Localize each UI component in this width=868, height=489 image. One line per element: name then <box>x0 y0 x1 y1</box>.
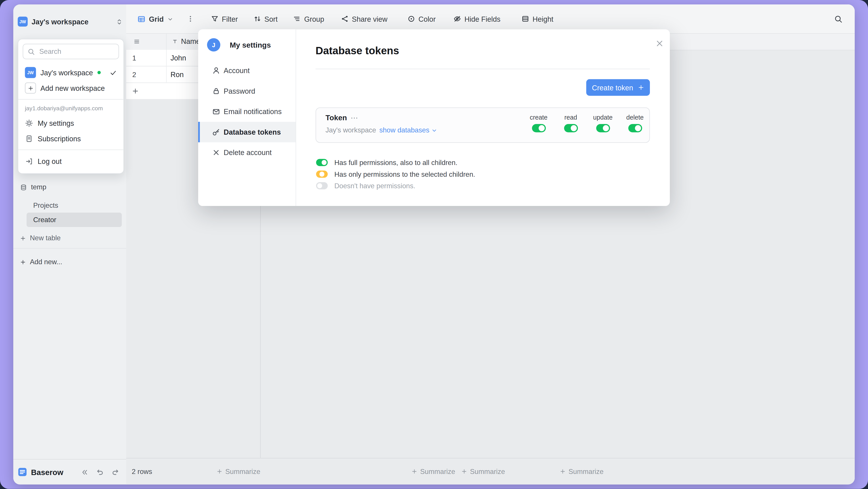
divider <box>315 69 650 69</box>
undo-icon[interactable] <box>96 468 104 477</box>
column-header-name[interactable]: Name <box>181 37 200 45</box>
cell-name[interactable]: Ron <box>170 66 184 83</box>
chevron-down-icon <box>167 16 173 22</box>
summarize-button[interactable]: Summarize <box>411 458 455 485</box>
create-token-button[interactable]: Create token <box>586 79 650 96</box>
online-dot <box>97 71 101 74</box>
settings-item-account[interactable]: Account <box>198 60 296 81</box>
cell-name[interactable]: John <box>170 50 186 66</box>
my-settings-item[interactable]: My settings <box>23 115 119 131</box>
plus-icon <box>20 259 26 265</box>
row-number: 2 <box>132 66 136 83</box>
search-icon[interactable] <box>834 15 843 24</box>
permission-toggle-update[interactable] <box>596 124 610 132</box>
summarize-button[interactable]: Summarize <box>217 458 260 485</box>
hide-fields-button[interactable]: Hide Fields <box>454 14 501 23</box>
subscriptions-item[interactable]: Subscriptions <box>23 131 119 146</box>
add-new-button[interactable]: Add new... <box>18 255 122 269</box>
add-workspace-button[interactable]: Add new workspace <box>23 81 119 96</box>
permission-toggle-read[interactable] <box>564 124 578 132</box>
group-icon <box>293 15 301 23</box>
eye-off-icon <box>454 15 461 23</box>
permission-toggle-create[interactable] <box>532 124 546 132</box>
table-item-projects[interactable]: Projects <box>27 198 122 213</box>
settings-item-label: Delete account <box>224 148 272 157</box>
show-databases-link[interactable]: show databases <box>379 126 437 134</box>
plus-icon <box>20 235 26 241</box>
token-menu-button[interactable]: … <box>350 112 359 120</box>
check-icon <box>110 69 117 76</box>
token-workspace: Jay's workspace <box>326 126 376 134</box>
settings-nav: J My settings Account Password <box>198 29 296 206</box>
logout-item[interactable]: Log out <box>23 153 119 169</box>
sort-icon <box>253 15 261 23</box>
sidebar: JW Jay's workspace JW Jay's workspace <box>13 4 127 485</box>
grid-view-icon <box>137 14 146 23</box>
document-icon <box>25 134 33 143</box>
table-item-creator[interactable]: Creator <box>27 213 122 227</box>
settings-item-label: Database tokens <box>224 128 281 136</box>
workspace-search-input[interactable] <box>38 47 114 56</box>
toggle-full-icon <box>316 159 328 166</box>
legend-text: Has only permissions to the selected chi… <box>334 170 475 178</box>
share-view-button[interactable]: Share view <box>341 14 388 23</box>
filter-button[interactable]: Filter <box>211 14 238 23</box>
x-icon <box>212 148 221 157</box>
desktop-background: JW Jay's workspace JW Jay's workspace <box>0 0 868 489</box>
permission-columns: create read update delete <box>523 114 652 135</box>
divider <box>19 99 124 100</box>
permission-column-delete: delete <box>620 114 651 135</box>
summarize-button[interactable]: Summarize <box>560 458 603 485</box>
logout-label: Log out <box>38 157 62 165</box>
settings-item-email-notifications[interactable]: Email notifications <box>198 101 296 122</box>
workspace-search-box[interactable] <box>23 44 119 59</box>
token-name: Token <box>326 114 347 122</box>
plus-icon <box>132 88 139 95</box>
row-count: 2 rows <box>132 458 152 485</box>
token-card: Token … Jay's workspace show databases c… <box>315 108 650 143</box>
lock-icon <box>212 87 221 95</box>
legend-no-permissions: Doesn't have permissions. <box>316 181 415 191</box>
view-switcher[interactable]: Grid <box>137 14 173 23</box>
new-table-button[interactable]: New table <box>18 232 122 245</box>
kebab-menu-icon[interactable] <box>186 15 194 23</box>
settings-item-label: Password <box>224 87 255 95</box>
summarize-label: Summarize <box>225 468 260 476</box>
legend-partial-permissions: Has only permissions to the selected chi… <box>316 170 475 179</box>
table-name: Projects <box>33 202 58 209</box>
summarize-label: Summarize <box>420 468 455 476</box>
legend-full-permissions: Has full permissions, also to all childr… <box>316 158 458 167</box>
close-icon[interactable] <box>655 39 664 48</box>
permission-column-read: read <box>555 114 586 135</box>
account-email: jay1.dobariya@unifyapps.com <box>23 103 119 115</box>
sort-label: Sort <box>265 14 278 23</box>
color-button[interactable]: Color <box>407 14 436 23</box>
workspace-item[interactable]: JW Jay's workspace <box>23 65 119 81</box>
permission-label: create <box>523 114 554 121</box>
add-workspace-label: Add new workspace <box>40 84 105 92</box>
collapse-sidebar-icon[interactable] <box>81 468 89 476</box>
settings-item-password[interactable]: Password <box>198 81 296 101</box>
summarize-button[interactable]: Summarize <box>461 458 505 485</box>
modal-title: Database tokens <box>315 45 399 57</box>
column-divider <box>166 33 167 50</box>
summarize-label: Summarize <box>569 468 603 476</box>
database-item-temp[interactable]: temp <box>18 181 122 194</box>
redo-icon[interactable] <box>112 468 120 477</box>
settings-modal: J My settings Account Password <box>198 29 670 206</box>
settings-item-database-tokens[interactable]: Database tokens <box>198 122 296 143</box>
subscriptions-label: Subscriptions <box>38 134 81 143</box>
share-icon <box>341 15 348 23</box>
logout-icon <box>25 157 33 165</box>
my-settings-label: My settings <box>38 119 74 127</box>
legend-text: Doesn't have permissions. <box>334 182 415 190</box>
database-icon <box>20 184 27 191</box>
sort-button[interactable]: Sort <box>253 14 278 23</box>
height-button[interactable]: Height <box>522 14 553 23</box>
group-button[interactable]: Group <box>293 14 324 23</box>
brand-name: Baserow <box>31 468 63 477</box>
workspace-switcher[interactable]: JW Jay's workspace <box>18 13 123 30</box>
permission-toggle-delete[interactable] <box>628 124 642 132</box>
settings-item-delete-account[interactable]: Delete account <box>198 143 296 163</box>
create-token-label: Create token <box>592 83 633 92</box>
